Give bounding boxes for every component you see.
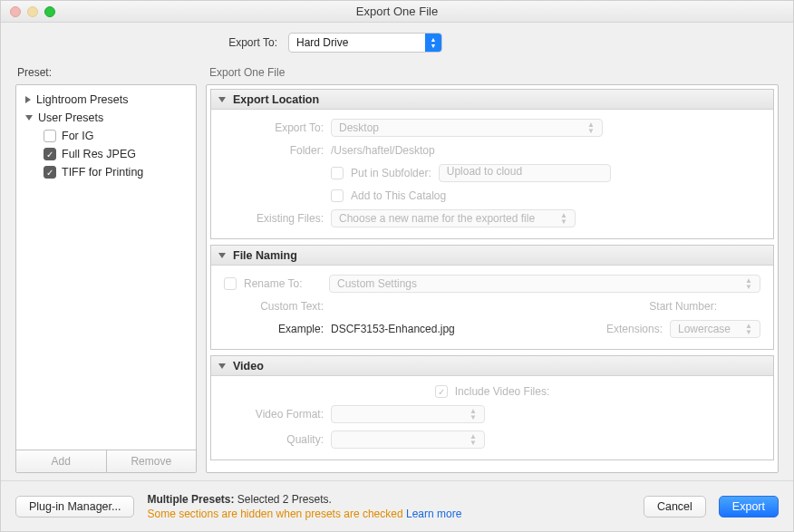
section-header-video[interactable]: Video [211, 356, 773, 376]
label-rename-to: Rename To: [244, 277, 322, 290]
footer-message: Multiple Presets: Selected 2 Presets. So… [147, 492, 461, 521]
export-button[interactable]: Export [719, 496, 779, 517]
select-stepper-icon: ▲▼ [425, 34, 441, 52]
section-title: Video [233, 360, 264, 372]
preset-item-for-ig[interactable]: For IG [20, 127, 192, 145]
preset-item-label: Full Res JPEG [62, 148, 136, 160]
section-video: Video Include Video Files: Video Format:… [210, 355, 774, 460]
existing-files-select[interactable]: Choose a new name for the exported file … [331, 209, 576, 227]
preset-sidebar: Preset: Lightroom Presets User Presets F… [15, 63, 197, 473]
label-start-number: Start Number: [649, 300, 717, 313]
checkbox-add-to-catalog[interactable] [331, 189, 344, 202]
label-extensions: Extensions: [606, 323, 663, 335]
settings-column: Export One File Export Location Export T… [206, 63, 779, 473]
label-video-quality: Quality: [224, 433, 324, 446]
label-put-in-subfolder: Put in Subfolder: [351, 167, 431, 179]
section-export-location: Export Location Export To: Desktop ▲▼ Fo… [210, 89, 774, 239]
settings-scroll[interactable]: Export Location Export To: Desktop ▲▼ Fo… [206, 84, 779, 473]
preset-add-button[interactable]: Add [16, 450, 106, 472]
preset-group-user[interactable]: User Presets [20, 109, 192, 127]
section-file-naming: File Naming Rename To: Custom Settings ▲… [210, 245, 774, 350]
checkbox-rename-to[interactable] [224, 277, 237, 290]
subfolder-placeholder: Upload to cloud [447, 165, 522, 178]
label-video-format: Video Format: [224, 408, 324, 421]
label-folder: Folder: [224, 144, 324, 157]
video-quality-select[interactable]: ▲▼ [331, 430, 485, 449]
select-arrows-icon: ▲▼ [745, 277, 752, 290]
export-dialog: Export One File Export To: Hard Drive ▲▼… [0, 0, 794, 532]
preset-item-full-res-jpeg[interactable]: ✓ Full Res JPEG [20, 145, 192, 163]
preset-item-label: For IG [62, 130, 93, 142]
select-arrows-icon: ▲▼ [470, 408, 477, 421]
settings-heading: Export One File [209, 66, 779, 79]
learn-more-link[interactable]: Learn more [406, 508, 461, 520]
export-to-label: Export To: [105, 36, 277, 49]
dialog-footer: Plug-in Manager... Multiple Presets: Sel… [1, 480, 793, 531]
subfolder-input[interactable]: Upload to cloud [439, 164, 611, 182]
section-title: Export Location [233, 93, 319, 106]
preset-group-lightroom[interactable]: Lightroom Presets [20, 91, 192, 109]
select-arrows-icon: ▲▼ [587, 121, 595, 134]
label-add-to-catalog: Add to This Catalog [351, 189, 446, 202]
titlebar: Export One File [1, 1, 793, 23]
disclosure-down-icon [218, 253, 226, 258]
folder-path: /Users/haftel/Desktop [331, 144, 435, 157]
export-to-row: Export To: Hard Drive ▲▼ [1, 23, 793, 63]
select-arrows-icon: ▲▼ [560, 212, 567, 225]
checkbox-subfolder[interactable] [331, 167, 344, 179]
export-location-select[interactable]: Desktop ▲▼ [331, 119, 603, 137]
window-title: Export One File [1, 5, 793, 18]
label-include-video: Include Video Files: [455, 385, 550, 398]
disclosure-right-icon [25, 96, 31, 103]
cancel-button[interactable]: Cancel [644, 496, 706, 517]
preset-group-label: Lightroom Presets [36, 93, 128, 106]
existing-files-value: Choose a new name for the exported file [339, 212, 535, 225]
preset-group-label: User Presets [38, 111, 103, 124]
checkbox-checked-icon[interactable]: ✓ [44, 166, 56, 179]
disclosure-down-icon [25, 115, 33, 121]
disclosure-down-icon [218, 97, 226, 102]
select-arrows-icon: ▲▼ [745, 323, 752, 335]
multiple-presets-bold: Multiple Presets: [147, 493, 234, 506]
preset-list: Lightroom Presets User Presets For IG ✓ … [15, 84, 197, 473]
section-header-file-naming[interactable]: File Naming [211, 246, 773, 266]
label-existing-files: Existing Files: [224, 212, 324, 225]
section-header-export-location[interactable]: Export Location [211, 90, 773, 110]
label-example: Example: [224, 323, 324, 335]
checkbox-icon[interactable] [44, 130, 56, 142]
preset-heading: Preset: [17, 66, 197, 79]
preset-item-label: TIFF for Printing [62, 166, 143, 179]
preset-item-tiff-for-printing[interactable]: ✓ TIFF for Printing [20, 163, 192, 181]
example-value: DSCF3153-Enhanced.jpg [331, 323, 455, 335]
rename-template-value: Custom Settings [337, 277, 417, 290]
rename-template-select[interactable]: Custom Settings ▲▼ [329, 275, 760, 293]
export-location-value: Desktop [339, 121, 379, 134]
video-format-select[interactable]: ▲▼ [331, 405, 485, 423]
select-arrows-icon: ▲▼ [470, 433, 477, 446]
label-export-to: Export To: [224, 121, 324, 134]
multiple-presets-rest: Selected 2 Presets. [237, 493, 332, 506]
section-title: File Naming [233, 249, 297, 262]
label-custom-text: Custom Text: [224, 300, 324, 313]
extensions-select[interactable]: Lowercase ▲▼ [670, 320, 760, 338]
checkbox-checked-icon[interactable]: ✓ [44, 148, 56, 160]
export-to-value: Hard Drive [289, 36, 425, 49]
extensions-value: Lowercase [678, 323, 731, 335]
hidden-sections-warning: Some sections are hidden when presets ar… [147, 508, 402, 520]
disclosure-down-icon [218, 363, 226, 369]
plugin-manager-button[interactable]: Plug-in Manager... [15, 496, 134, 517]
preset-remove-button[interactable]: Remove [106, 450, 197, 472]
checkbox-include-video[interactable] [435, 385, 448, 398]
export-to-select[interactable]: Hard Drive ▲▼ [288, 33, 442, 53]
